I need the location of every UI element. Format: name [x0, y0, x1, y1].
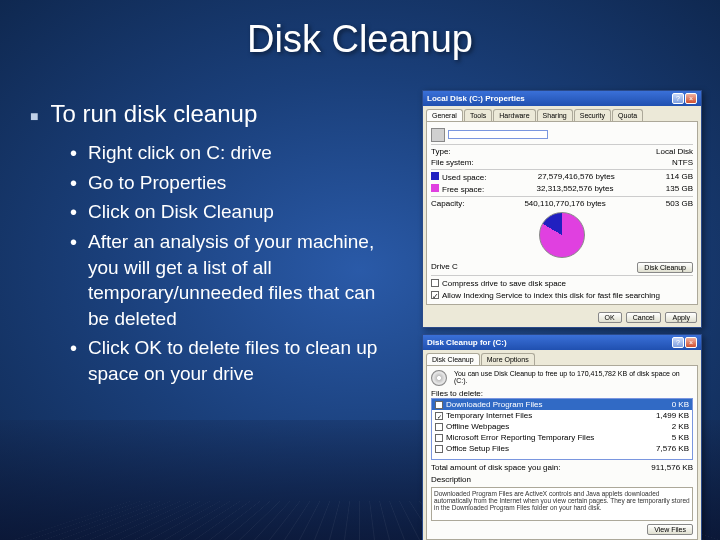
tab-hardware[interactable]: Hardware: [493, 109, 535, 121]
steps-list: Right click on C: drive Go to Properties…: [30, 140, 400, 387]
list-item[interactable]: Microsoft Error Reporting Temporary File…: [432, 432, 692, 443]
capacity-bytes: 540,110,770,176 bytes: [524, 199, 605, 208]
used-bytes: 27,579,416,576 bytes: [538, 172, 615, 182]
disk-icon: [431, 370, 447, 386]
free-gb: 135 GB: [666, 184, 693, 194]
tab-quota[interactable]: Quota: [612, 109, 643, 121]
index-checkbox[interactable]: ✓: [431, 291, 439, 299]
files-list[interactable]: ✓Downloaded Program Files0 KB ✓Temporary…: [431, 398, 693, 460]
tab-tools[interactable]: Tools: [464, 109, 492, 121]
list-item[interactable]: Offline Webpages2 KB: [432, 421, 692, 432]
used-gb: 114 GB: [666, 172, 693, 182]
step-item: Go to Properties: [70, 170, 400, 196]
close-icon[interactable]: ×: [685, 93, 697, 104]
capacity-label: Capacity:: [431, 199, 464, 208]
tab-more-options[interactable]: More Options: [481, 353, 535, 365]
content-area: To run disk cleanup Right click on C: dr…: [30, 100, 400, 391]
cleanup-titlebar[interactable]: Disk Cleanup for (C:) ? ×: [423, 335, 701, 350]
list-item[interactable]: ✓Temporary Internet Files1,499 KB: [432, 410, 692, 421]
cancel-button[interactable]: Cancel: [626, 312, 662, 323]
step-item: After an analysis of your machine, you w…: [70, 229, 400, 332]
fs-label: File system:: [431, 158, 474, 167]
used-label: Used space:: [431, 172, 486, 182]
step-item: Click OK to delete files to clean up spa…: [70, 335, 400, 386]
type-label: Type:: [431, 147, 451, 156]
help-icon[interactable]: ?: [672, 337, 684, 348]
total-value: 911,576 KB: [651, 463, 693, 472]
step-item: Click on Disk Cleanup: [70, 199, 400, 225]
slide-title: Disk Cleanup: [0, 0, 720, 61]
tab-disk-cleanup[interactable]: Disk Cleanup: [426, 353, 480, 365]
description-box: Downloaded Program Files are ActiveX con…: [431, 487, 693, 521]
properties-title: Local Disk (C:) Properties: [427, 94, 525, 103]
list-item[interactable]: ✓Downloaded Program Files0 KB: [432, 399, 692, 410]
type-value: Local Disk: [656, 147, 693, 156]
compress-checkbox[interactable]: [431, 279, 439, 287]
drive-icon: [431, 128, 445, 142]
section-heading: To run disk cleanup: [30, 100, 400, 128]
view-files-button[interactable]: View Files: [647, 524, 693, 535]
drive-name-input[interactable]: [448, 130, 548, 139]
cleanup-tabs: Disk Cleanup More Options: [423, 350, 701, 365]
ok-button[interactable]: OK: [598, 312, 622, 323]
properties-titlebar[interactable]: Local Disk (C:) Properties ? ×: [423, 91, 701, 106]
total-label: Total amount of disk space you gain:: [431, 463, 560, 472]
compress-label: Compress drive to save disk space: [442, 279, 566, 288]
free-label: Free space:: [431, 184, 484, 194]
cleanup-title: Disk Cleanup for (C:): [427, 338, 507, 347]
cleanup-summary: You can use Disk Cleanup to free up to 1…: [454, 370, 693, 384]
list-item[interactable]: Office Setup Files7,576 KB: [432, 443, 692, 454]
properties-dialog: Local Disk (C:) Properties ? × General T…: [422, 90, 702, 328]
capacity-gb: 503 GB: [666, 199, 693, 208]
properties-tabs: General Tools Hardware Sharing Security …: [423, 106, 701, 121]
tab-general[interactable]: General: [426, 109, 463, 121]
step-item: Right click on C: drive: [70, 140, 400, 166]
close-icon[interactable]: ×: [685, 337, 697, 348]
fs-value: NTFS: [672, 158, 693, 167]
desc-label: Description: [431, 475, 693, 484]
files-label: Files to delete:: [431, 389, 693, 398]
help-icon[interactable]: ?: [672, 93, 684, 104]
free-bytes: 32,313,552,576 bytes: [537, 184, 614, 194]
apply-button[interactable]: Apply: [665, 312, 697, 323]
tab-sharing[interactable]: Sharing: [537, 109, 573, 121]
index-label: Allow Indexing Service to index this dis…: [442, 291, 660, 300]
pie-chart: [539, 212, 585, 258]
tab-security[interactable]: Security: [574, 109, 611, 121]
drive-c-label: Drive C: [431, 262, 458, 273]
disk-cleanup-button[interactable]: Disk Cleanup: [637, 262, 693, 273]
cleanup-dialog: Disk Cleanup for (C:) ? × Disk Cleanup M…: [422, 334, 702, 540]
